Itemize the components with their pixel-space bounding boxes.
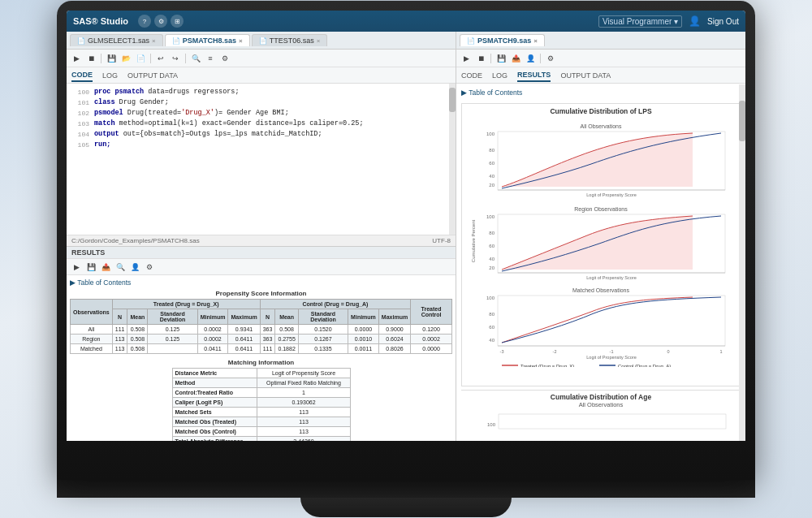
search-button[interactable]: 🔍: [189, 52, 202, 65]
right-results-area: ▶ Table of Contents Cumulative Distribut…: [456, 84, 745, 441]
right-sub-tab-log[interactable]: LOG: [492, 70, 508, 81]
age-chart-partial: Cumulative Distribution of Age All Obser…: [461, 390, 741, 436]
results-export-btn[interactable]: 📤: [99, 261, 112, 274]
treated-header: Treated (Drug = Drug_X): [112, 300, 260, 309]
stop-button[interactable]: ⏹: [84, 52, 97, 65]
sub-tab-log[interactable]: LOG: [102, 70, 118, 81]
lps-chart-svg: All Observations 100 80 60 40 20: [465, 115, 736, 367]
code-scrollbar[interactable]: [449, 84, 456, 235]
matching-table-wrapper: Matching Information Distance MetricLogi…: [70, 359, 452, 441]
svg-text:40: 40: [489, 174, 495, 179]
right-person-btn[interactable]: 👤: [524, 52, 537, 65]
control-header: Control (Drug = Drug_A): [260, 300, 410, 309]
right-settings-btn[interactable]: ⚙: [544, 52, 557, 65]
propensity-table-title: Propensity Score Information: [70, 290, 452, 297]
visual-programmer-dropdown[interactable]: Visual Programmer ▾: [598, 15, 682, 28]
tab-psmatch9-close[interactable]: ×: [533, 37, 538, 45]
code-line-103: 103 match method=optimal(k=1) exact=Gend…: [67, 119, 456, 129]
results-person-btn[interactable]: 👤: [128, 261, 141, 274]
new-button[interactable]: 📄: [134, 52, 147, 65]
tab-psmatch9-icon: 📄: [467, 37, 475, 45]
t-mean-header: Mean: [127, 309, 148, 325]
table-row: All 1110.5080.1250.00020.9341 3630.5080.…: [71, 325, 452, 335]
right-run-btn[interactable]: ▶: [460, 52, 473, 65]
sas-logo: SAS® Studio: [73, 16, 128, 26]
table-row: Caliper (Logit PS)0.193062: [172, 398, 350, 408]
redo-button[interactable]: ↪: [169, 52, 182, 65]
right-export-btn[interactable]: 📤: [509, 52, 522, 65]
svg-text:60: 60: [489, 325, 495, 330]
c-sd-header: Standard Deviation: [298, 309, 348, 325]
t-sd-header: Standard Deviation: [148, 309, 197, 325]
right-panel: 📄 PSMATCH9.sas × ▶ ⏹ 💾 📤 👤: [456, 32, 745, 441]
right-sub-tab-output-data[interactable]: OUTPUT DATA: [560, 70, 611, 81]
right-sub-tab-results[interactable]: RESULTS: [517, 69, 551, 82]
right-toc-toggle[interactable]: ▶ Table of Contents: [461, 88, 741, 97]
propensity-table: Observations Treated (Drug = Drug_X) Con…: [70, 299, 452, 354]
table-row: Matched Sets113: [172, 408, 350, 417]
results-label: RESULTS: [67, 247, 456, 259]
tab-psmatch9[interactable]: 📄 PSMATCH9.sas ×: [460, 34, 545, 46]
options-button[interactable]: ⚙: [218, 52, 231, 65]
svg-text:100: 100: [486, 132, 495, 136]
sub-tab-output-data[interactable]: OUTPUT DATA: [127, 70, 178, 81]
table-row: Matched Obs (Control)113: [172, 427, 350, 437]
code-line-102: 102 psmodel Drug(treated='Drug_X')= Gend…: [67, 108, 456, 119]
results-run-btn[interactable]: ▶: [70, 261, 83, 274]
c-min-header: Minimum: [348, 309, 379, 325]
filepath-display: C:/Gordon/Code_Examples/PSMATCH8.sas UTF…: [67, 235, 456, 246]
right-stop-btn[interactable]: ⏹: [474, 52, 487, 65]
grid-icon[interactable]: ⊞: [171, 15, 184, 28]
svg-text:80: 80: [489, 231, 495, 235]
undo-button[interactable]: ↩: [154, 52, 167, 65]
svg-text:60: 60: [489, 161, 495, 166]
tab-psmatch8[interactable]: 📄 PSMATCH8.sas ×: [165, 34, 250, 46]
right-sub-tab-code[interactable]: CODE: [461, 70, 482, 81]
tab-ttest06[interactable]: 📄 TTEST06.sas ×: [252, 34, 328, 46]
results-save-btn[interactable]: 💾: [84, 261, 97, 274]
t-min-header: Minimum: [197, 309, 228, 325]
settings-icon[interactable]: ⚙: [154, 15, 167, 28]
tab-ttest06-text: TTEST06.sas: [270, 37, 314, 45]
code-line-104: 104 output out={obs=match}=Outgs lps=_lp…: [67, 129, 456, 140]
tab-glmselect-close[interactable]: ×: [152, 37, 156, 45]
obs-header: Observations: [71, 300, 113, 325]
svg-text:80: 80: [489, 312, 495, 317]
code-editor[interactable]: 100 proc psmatch data=drugs regressors; …: [67, 84, 456, 235]
format-button[interactable]: ≡: [204, 52, 217, 65]
tab-psmatch8-text: PSMATCH8.sas: [183, 37, 236, 45]
code-line-105: 105 run;: [67, 140, 456, 150]
age-chart-subtitle: All Observations: [466, 401, 736, 408]
sub-tab-code[interactable]: CODE: [71, 69, 93, 82]
c-max-header: Maximum: [378, 309, 410, 325]
results-content: ▶ Table of Contents Propensity Score Inf…: [67, 275, 456, 441]
right-save-btn[interactable]: 💾: [495, 52, 508, 65]
save-button[interactable]: 💾: [105, 52, 118, 65]
tab-glmselect[interactable]: 📄 GLMSELECT1.sas ×: [70, 34, 163, 46]
results-search-btn[interactable]: 🔍: [114, 261, 127, 274]
right-scrollbar[interactable]: [739, 84, 745, 441]
tab-psmatch9-text: PSMATCH9.sas: [477, 37, 531, 45]
age-chart-title: Cumulative Distribution of Age: [466, 393, 736, 401]
code-line-101: 101 class Drug Gender;: [67, 97, 456, 108]
right-tab-bar: 📄 PSMATCH9.sas ×: [456, 32, 745, 50]
main-area: 📄 GLMSELECT1.sas × 📄 PSMATCH8.sas × 📄 TT…: [67, 32, 745, 441]
toolbar-sep2: [150, 54, 151, 63]
svg-text:40: 40: [489, 338, 495, 343]
run-button[interactable]: ▶: [70, 52, 83, 65]
svg-text:All Observations: All Observations: [581, 123, 622, 129]
table-row: Distance MetricLogit of Propensity Score: [172, 369, 350, 378]
right-sep1: [490, 54, 491, 63]
tab-ttest06-close[interactable]: ×: [317, 37, 321, 45]
open-button[interactable]: 📂: [119, 52, 132, 65]
svg-text:40: 40: [489, 257, 495, 261]
monitor-screen-bezel: SAS® Studio ? ⚙ ⊞ Visual Programmer ▾ 👤 …: [57, 1, 755, 480]
sign-out-button[interactable]: Sign Out: [707, 17, 739, 26]
svg-text:20: 20: [489, 183, 495, 188]
results-settings-btn[interactable]: ⚙: [143, 261, 156, 274]
toc-toggle[interactable]: ▶ Table of Contents: [70, 278, 452, 287]
tab-glmselect-text: GLMSELECT1.sas: [88, 37, 149, 45]
help-icon[interactable]: ?: [138, 15, 151, 28]
right-scrollbar-thumb: [739, 101, 745, 141]
tab-psmatch8-close[interactable]: ×: [239, 37, 243, 45]
